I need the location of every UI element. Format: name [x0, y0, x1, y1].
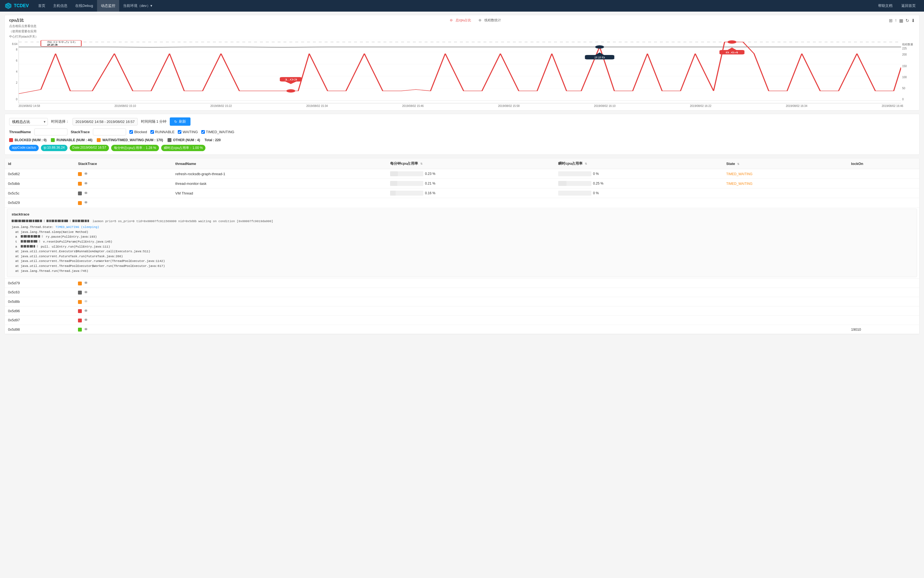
cell-cpu-instant — [555, 325, 723, 334]
eye-icon[interactable]: 👁 — [84, 308, 88, 313]
chart-legend: ⊖ 总cpu占比 ⊖ 线程数统计 — [38, 18, 915, 23]
checkbox-runnable[interactable]: RUNNABLE — [150, 130, 175, 134]
svg-point-18 — [727, 41, 736, 44]
nav-home[interactable]: 首页 — [34, 0, 49, 11]
nav-right: 帮助文档 返回首页 — [874, 0, 919, 11]
process-select-wrapper: 线程总占比 — [9, 118, 48, 125]
table-row: 0x5d96 👁 — [5, 306, 919, 315]
color-indicator — [78, 328, 82, 331]
table-header: id StackTrace threadName 每分钟cpu占用率 ⇅ 瞬时c… — [5, 158, 919, 169]
nav-help[interactable]: 帮助文档 — [874, 0, 896, 11]
stack-trace-input[interactable] — [93, 128, 126, 135]
status-badges-row: BLOCKED (NUM : 0) RUNNABLE (NUM : 46) WA… — [9, 138, 915, 142]
nav-host-info[interactable]: 主机信息 — [49, 0, 72, 11]
y-axis-left: 8.64 8 6 4 2 0 — [9, 40, 18, 103]
checkbox-timed-waiting[interactable]: TIMED_WAITING — [201, 130, 234, 134]
cell-lockon — [848, 179, 919, 188]
eye-icon[interactable]: 👁 — [84, 327, 88, 331]
tag-cpu-minute: 每分钟总cpu占用率：1.28 % — [111, 145, 159, 151]
eye-icon[interactable]: 👁 — [84, 290, 88, 294]
chart-column-icon[interactable]: ▦ — [899, 18, 903, 23]
badge-blocked: BLOCKED (NUM : 0) — [9, 138, 46, 142]
badge-runnable: RUNNABLE (NUM : 46) — [51, 138, 92, 142]
time-value: 2019/08/02 14:58 - 2019/08/02 16:57 — [72, 118, 138, 125]
col-cpu-instant[interactable]: 瞬时cpu占用率 ⇅ — [555, 158, 723, 169]
eye-icon[interactable]: 👁 — [84, 200, 88, 205]
cell-cpu-instant: 0 % — [555, 188, 723, 198]
controls-row: 线程总占比 时间选择： 2019/08/02 14:58 - 2019/08/0… — [9, 117, 915, 126]
svg-point-10 — [286, 89, 295, 93]
stacktrace-line-6: at java.util.concurrent.FutureTask.run(F… — [11, 254, 913, 259]
thread-name-input[interactable] — [34, 128, 67, 135]
eye-icon[interactable]: 👁 — [84, 181, 88, 186]
stacktrace-panel: stacktrace — [7, 209, 917, 278]
checkbox-waiting[interactable]: WAITING — [178, 130, 198, 134]
svg-text:每分钟占比: 每分钟占比 — [47, 41, 76, 43]
color-indicator — [78, 182, 82, 186]
cell-lockon — [848, 306, 919, 315]
cell-lockon — [848, 315, 919, 325]
svg-text:1.03: 1.03 — [285, 78, 298, 81]
filter-row: ThreadName StackTrace Blocked RUNNABLE W… — [9, 128, 915, 135]
cell-stacktrace-color: 👁 — [75, 198, 172, 208]
tag-appcode: appCode:cactus — [9, 145, 39, 151]
eye-icon[interactable]: 👁 — [84, 281, 88, 285]
chart-download-icon[interactable]: ⬇ — [911, 18, 915, 23]
cell-id: 0x5dbb — [5, 179, 75, 188]
main-content: cpu占比 点击相应点查看信息 （使用前需要在应用 中心打开jstack开关） … — [0, 11, 924, 338]
stacktrace-line-9: at java.lang.Thread.run(Thread.java:745) — [11, 269, 913, 274]
interval-label: 时间间隔 1 分钟 — [141, 119, 166, 124]
cell-lockon — [848, 188, 919, 198]
cell-lockon: 19010 — [848, 325, 919, 334]
chart-table-icon[interactable]: ⊞ — [889, 18, 893, 23]
table-row: 0x5d29 👁 — [5, 198, 919, 208]
cell-threadname — [172, 287, 387, 297]
cell-state — [723, 188, 848, 198]
cell-cpu-minute — [387, 297, 555, 307]
eye-icon[interactable]: 👁 — [84, 172, 88, 176]
eye-icon[interactable]: 👁 — [84, 299, 88, 304]
sort-icon-state: ⇅ — [737, 162, 739, 166]
chart-refresh-icon[interactable]: ↻ — [906, 18, 909, 23]
chart-info-2: （使用前需要在应用 — [9, 29, 38, 33]
cell-state — [723, 198, 848, 208]
eye-icon[interactable]: 👁 — [84, 191, 88, 195]
table-row: 0x5dbb 👁 thread-monitor-task 0.21 % — [5, 179, 919, 188]
eye-icon[interactable]: 👁 — [84, 318, 88, 322]
col-stacktrace: StackTrace — [75, 158, 172, 169]
cell-cpu-minute — [387, 198, 555, 208]
cell-state: TIMED_WAITING — [723, 169, 848, 179]
svg-text:8.64: 8.64 — [726, 51, 739, 54]
cell-threadname — [172, 198, 387, 208]
stacktrace-line-3: t v.resetDoPullPa — [11, 240, 913, 245]
tag-date: Date:2019/06/02 16:57 — [70, 145, 109, 151]
nav-monitoring[interactable]: 动态监控 — [97, 0, 119, 11]
cell-stacktrace-color: 👁 — [75, 297, 172, 307]
svg-point-14 — [595, 45, 604, 49]
cell-stacktrace-color: 👁 — [75, 306, 172, 315]
brand: TC TCDEV — [5, 2, 29, 10]
process-select[interactable]: 线程总占比 — [9, 118, 48, 125]
cell-id: 0x5d96 — [5, 306, 75, 315]
table-row: 0x5d79 👁 — [5, 279, 919, 288]
nav-items: 首页 主机信息 在线Debug 动态监控 当前环境（dev）▾ — [34, 0, 874, 11]
chart-bar-icon[interactable]: ↑ — [895, 18, 897, 23]
nav-back-home[interactable]: 返回首页 — [898, 0, 919, 11]
cell-state — [723, 297, 848, 307]
stacktrace-title: stacktrace — [11, 212, 913, 216]
col-cpu-minute[interactable]: 每分钟cpu占用率 ⇅ — [387, 158, 555, 169]
cell-threadname: refresh-rocksdb-graph-thread-1 — [172, 169, 387, 179]
checkbox-blocked[interactable]: Blocked — [129, 130, 147, 134]
refresh-button[interactable]: ↻ 刷新 — [170, 117, 190, 126]
col-id: id — [5, 158, 75, 169]
color-indicator — [78, 318, 82, 322]
nav-debug[interactable]: 在线Debug — [72, 0, 97, 11]
color-indicator — [78, 300, 82, 304]
cell-cpu-instant — [555, 315, 723, 325]
nav-env[interactable]: 当前环境（dev）▾ — [119, 0, 156, 11]
col-lockon: lockOn — [848, 158, 919, 169]
cell-cpu-minute — [387, 315, 555, 325]
col-state[interactable]: State ⇅ — [723, 158, 848, 169]
chart-toolbar: ⊞ ↑ ▦ ↻ ⬇ — [889, 18, 915, 23]
stacktrace-line-2: a — [11, 235, 913, 240]
